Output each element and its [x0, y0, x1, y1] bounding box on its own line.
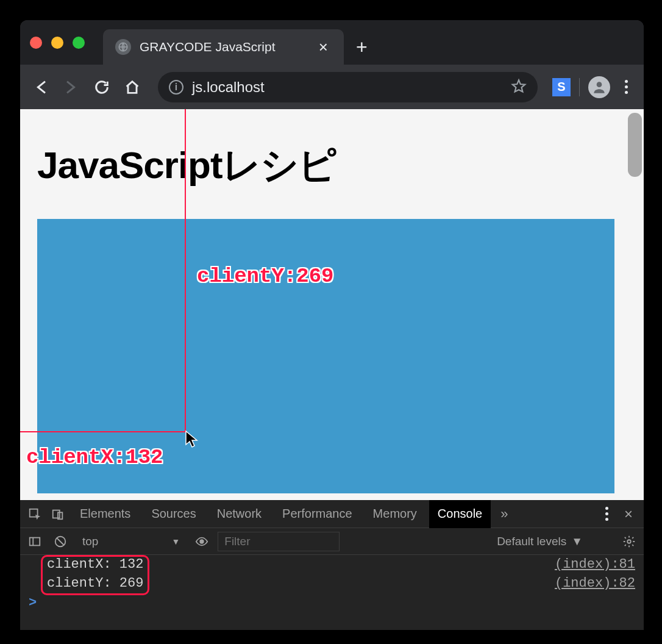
devtools-tab-performance[interactable]: Performance: [274, 499, 361, 528]
log-levels-label: Default levels: [497, 535, 566, 548]
svg-point-9: [201, 540, 204, 543]
tab-title: GRAYCODE JavaScript: [140, 40, 307, 54]
browser-tab[interactable]: GRAYCODE JavaScript ×: [103, 29, 344, 65]
svg-rect-5: [30, 537, 40, 545]
svg-line-8: [57, 538, 64, 545]
tab-bar: GRAYCODE JavaScript × +: [20, 20, 644, 65]
address-bar[interactable]: i js.localhost: [158, 72, 538, 102]
devtools-tab-network[interactable]: Network: [208, 499, 270, 528]
new-tab-button[interactable]: +: [344, 36, 380, 59]
close-tab-button[interactable]: ×: [315, 38, 332, 57]
svg-point-1: [597, 82, 602, 87]
devtools-panel: Elements Sources Network Performance Mem…: [20, 500, 644, 630]
devtools-more-tabs[interactable]: »: [494, 506, 514, 522]
console-prompt[interactable]: >: [20, 593, 644, 613]
toolbar-divider: [579, 78, 580, 96]
devtools-tab-sources[interactable]: Sources: [143, 499, 204, 528]
console-message: clientY: 269: [47, 576, 555, 591]
extension-icon[interactable]: S: [552, 78, 571, 96]
url-text: js.localhost: [192, 79, 502, 96]
devtools-close-button[interactable]: ×: [618, 506, 639, 523]
window-maximize-button[interactable]: [73, 37, 85, 49]
devtools-tab-elements[interactable]: Elements: [71, 499, 139, 528]
scrollbar-thumb[interactable]: [628, 113, 642, 177]
globe-icon: [115, 39, 131, 55]
home-button[interactable]: [121, 76, 143, 98]
profile-avatar[interactable]: [588, 76, 610, 98]
console-source-link[interactable]: (index):81: [555, 557, 635, 572]
forward-button[interactable]: [60, 76, 82, 98]
page-content: JavaScriptレシピ clientY:269 clientX:132: [20, 109, 644, 500]
devtools-menu-button[interactable]: [599, 507, 614, 521]
devtools-tab-console[interactable]: Console: [429, 499, 491, 528]
console-output: clientX: 132 (index):81 clientY: 269 (in…: [20, 555, 644, 630]
page-heading: JavaScriptレシピ: [20, 109, 644, 209]
site-info-icon[interactable]: i: [169, 80, 183, 95]
svg-point-10: [627, 540, 631, 543]
window-controls: [30, 37, 85, 49]
console-row: clientY: 269 (index):82: [20, 574, 644, 593]
devtools-tabbar: Elements Sources Network Performance Mem…: [20, 500, 644, 528]
console-filter-input[interactable]: [218, 532, 340, 551]
console-sidebar-toggle-icon[interactable]: [25, 532, 44, 551]
context-label: top: [82, 535, 98, 548]
console-toolbar: top ▼ Default levels ▼: [20, 528, 644, 555]
chevron-down-icon: ▼: [171, 537, 180, 546]
console-settings-icon[interactable]: [619, 532, 639, 551]
inspect-element-icon[interactable]: [25, 504, 44, 524]
console-message: clientX: 132: [47, 557, 555, 572]
browser-window: GRAYCODE JavaScript × + i js.localhost S: [20, 20, 644, 630]
log-levels-selector[interactable]: Default levels ▼: [497, 535, 583, 548]
browser-menu-button[interactable]: [619, 80, 634, 94]
live-expression-icon[interactable]: [192, 532, 212, 551]
svg-rect-3: [53, 510, 60, 518]
clear-console-icon[interactable]: [51, 532, 70, 551]
content-box[interactable]: [37, 219, 614, 493]
context-selector[interactable]: top ▼: [76, 532, 186, 551]
device-toggle-icon[interactable]: [48, 504, 68, 524]
console-source-link[interactable]: (index):82: [555, 576, 635, 591]
devtools-tab-memory[interactable]: Memory: [365, 499, 425, 528]
window-minimize-button[interactable]: [51, 37, 63, 49]
bookmark-star-icon[interactable]: [511, 78, 527, 96]
chevron-down-icon: ▼: [571, 535, 583, 548]
reload-button[interactable]: [91, 76, 113, 98]
console-row: clientX: 132 (index):81: [20, 555, 644, 574]
browser-toolbar: i js.localhost S: [20, 65, 644, 109]
back-button[interactable]: [30, 76, 52, 98]
window-close-button[interactable]: [30, 37, 42, 49]
